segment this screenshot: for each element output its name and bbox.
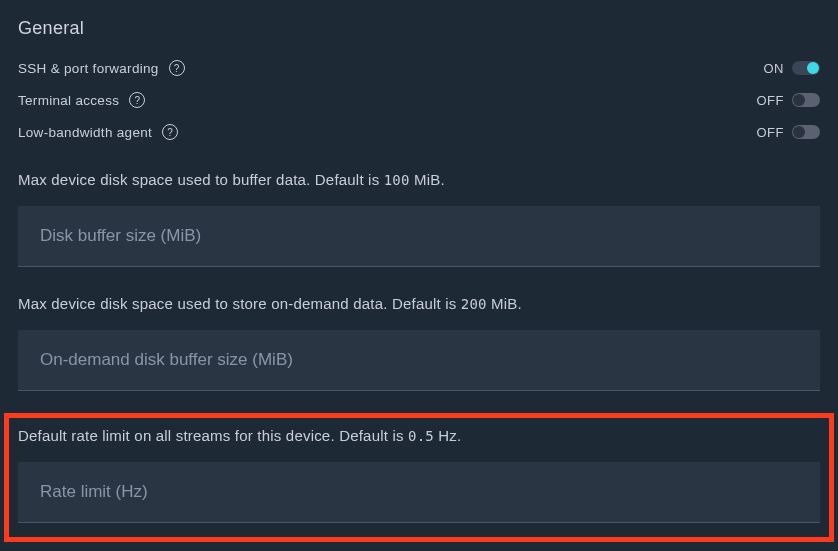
low-bandwidth-state: OFF <box>757 125 785 140</box>
toggle-row-terminal: Terminal access ? OFF <box>18 89 820 111</box>
switch-knob <box>807 62 819 74</box>
toggle-row-ssh: SSH & port forwarding ? ON <box>18 57 820 79</box>
on-demand-group: Max device disk space used to store on-d… <box>18 295 820 391</box>
terminal-label: Terminal access <box>18 93 119 108</box>
ssh-state: ON <box>764 61 785 76</box>
help-icon[interactable]: ? <box>169 60 185 76</box>
toggle-control: OFF <box>757 93 821 108</box>
switch-knob <box>793 94 805 106</box>
desc-value: 0.5 <box>408 428 434 444</box>
help-icon[interactable]: ? <box>129 92 145 108</box>
desc-prefix: Max device disk space used to buffer dat… <box>18 171 384 188</box>
toggle-label-group: SSH & port forwarding ? <box>18 60 185 76</box>
disk-buffer-description: Max device disk space used to buffer dat… <box>18 171 820 188</box>
rate-limit-input[interactable] <box>18 462 820 523</box>
on-demand-input[interactable] <box>18 330 820 391</box>
desc-prefix: Default rate limit on all streams for th… <box>18 427 408 444</box>
toggle-label-group: Terminal access ? <box>18 92 145 108</box>
disk-buffer-group: Max device disk space used to buffer dat… <box>18 171 820 267</box>
ssh-switch[interactable] <box>792 61 820 75</box>
desc-suffix: MiB. <box>410 171 445 188</box>
rate-limit-highlighted: Default rate limit on all streams for th… <box>4 413 834 542</box>
ssh-label: SSH & port forwarding <box>18 61 159 76</box>
help-icon[interactable]: ? <box>162 124 178 140</box>
low-bandwidth-label: Low-bandwidth agent <box>18 125 152 140</box>
section-title: General <box>18 18 820 39</box>
toggle-row-low-bandwidth: Low-bandwidth agent ? OFF <box>18 121 820 143</box>
desc-value: 200 <box>461 296 487 312</box>
desc-suffix: Hz. <box>434 427 461 444</box>
toggle-label-group: Low-bandwidth agent ? <box>18 124 178 140</box>
disk-buffer-input[interactable] <box>18 206 820 267</box>
desc-prefix: Max device disk space used to store on-d… <box>18 295 461 312</box>
terminal-state: OFF <box>757 93 785 108</box>
on-demand-description: Max device disk space used to store on-d… <box>18 295 820 312</box>
switch-knob <box>793 126 805 138</box>
toggle-control: OFF <box>757 125 821 140</box>
desc-value: 100 <box>384 172 410 188</box>
low-bandwidth-switch[interactable] <box>792 125 820 139</box>
rate-limit-description: Default rate limit on all streams for th… <box>18 427 820 444</box>
desc-suffix: MiB. <box>487 295 522 312</box>
toggle-control: ON <box>764 61 821 76</box>
terminal-switch[interactable] <box>792 93 820 107</box>
